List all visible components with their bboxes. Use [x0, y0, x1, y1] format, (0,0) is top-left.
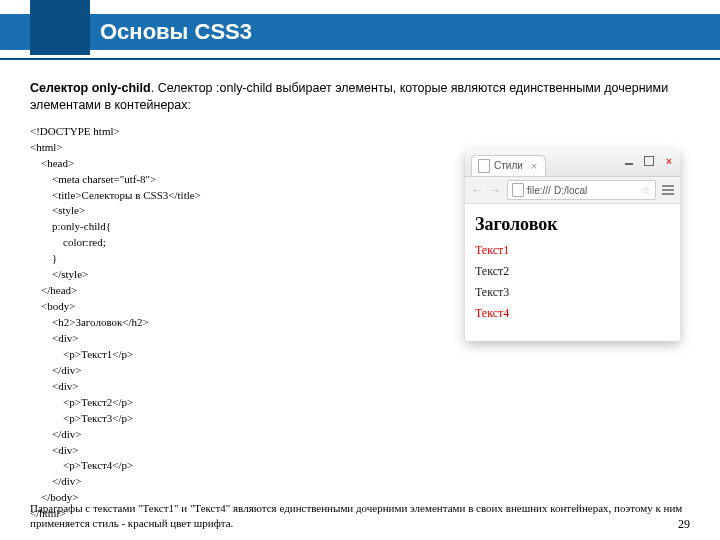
- file-icon: [478, 159, 490, 173]
- footnote-text: Параграфы с текстами "Текст1" и "Текст4"…: [30, 501, 690, 530]
- url-file-icon: [512, 183, 524, 197]
- intro-bold: Селектор only-child: [30, 81, 151, 95]
- window-maximize-button[interactable]: [640, 154, 658, 168]
- header-underline: [0, 58, 720, 60]
- window-close-button[interactable]: ×: [660, 154, 678, 168]
- url-prefix: file:///: [527, 185, 551, 196]
- nav-back-icon[interactable]: ←: [471, 183, 483, 197]
- rendered-p4: Текст4: [475, 306, 670, 321]
- browser-window: Стили × × ← → file:///D:/local ☆ Заголов…: [465, 150, 680, 341]
- rendered-p3: Текст3: [475, 285, 670, 300]
- page-number: 29: [678, 517, 690, 532]
- code-listing: <!DOCTYPE html> <html> <head> <meta char…: [30, 124, 350, 522]
- nav-forward-icon[interactable]: →: [489, 183, 501, 197]
- url-bar[interactable]: file:///D:/local ☆: [507, 180, 656, 200]
- rendered-p2: Текст2: [475, 264, 670, 279]
- browser-titlebar: Стили × ×: [465, 150, 680, 177]
- close-tab-icon[interactable]: ×: [531, 160, 537, 172]
- intro-text: Селектор only-child. Селектор :only-chil…: [30, 80, 690, 114]
- header-bar: Основы CSS3: [0, 14, 720, 50]
- rendered-p1: Текст1: [475, 243, 670, 258]
- browser-tab[interactable]: Стили ×: [471, 155, 546, 176]
- page-title: Основы CSS3: [100, 19, 252, 45]
- url-path: D:/local: [554, 185, 587, 196]
- rendered-heading: Заголовок: [475, 214, 670, 235]
- slide-header: Основы CSS3: [0, 0, 720, 70]
- window-minimize-button[interactable]: [620, 154, 638, 168]
- tab-title: Стили: [494, 160, 523, 171]
- browser-toolbar: ← → file:///D:/local ☆: [465, 177, 680, 204]
- rendered-page: Заголовок Текст1 Текст2 Текст3 Текст4: [465, 204, 680, 341]
- bookmark-star-icon[interactable]: ☆: [641, 184, 651, 197]
- hamburger-menu-icon[interactable]: [662, 185, 674, 195]
- header-accent-box: [30, 0, 90, 55]
